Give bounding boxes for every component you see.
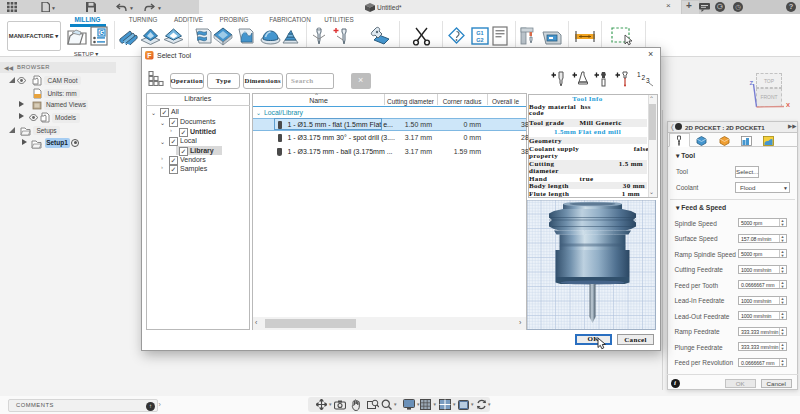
svg-text:G: G [99,29,104,36]
svg-text:G1: G1 [476,30,483,36]
svg-text:1: 1 [637,71,641,78]
svg-text:2: 2 [642,74,646,81]
svg-text:F: F [147,52,151,59]
svg-text:G2: G2 [476,37,483,43]
